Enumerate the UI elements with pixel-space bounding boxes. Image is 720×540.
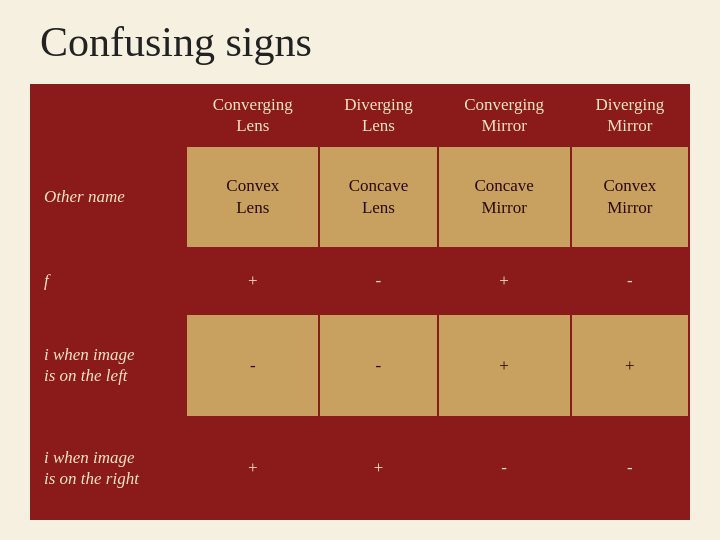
row-3-col2: + bbox=[186, 417, 319, 519]
row-label: Other name bbox=[31, 146, 186, 248]
table-header-row: Converging Lens Diverging Lens Convergin… bbox=[31, 85, 689, 146]
page: Confusing signs Converging Lens Divergin… bbox=[0, 0, 720, 540]
table-row: i when image is on the right++-- bbox=[31, 417, 689, 519]
header-col4: Converging Mirror bbox=[438, 85, 571, 146]
row-0-col2: Convex Lens bbox=[186, 146, 319, 248]
row-3-col3: + bbox=[319, 417, 437, 519]
row-0-col4: Concave Mirror bbox=[438, 146, 571, 248]
row-label: i when image is on the left bbox=[31, 314, 186, 416]
table-row: f+-+- bbox=[31, 248, 689, 314]
row-label: f bbox=[31, 248, 186, 314]
row-3-col5: - bbox=[571, 417, 689, 519]
row-0-col5: Convex Mirror bbox=[571, 146, 689, 248]
header-col5: Diverging Mirror bbox=[571, 85, 689, 146]
page-title: Confusing signs bbox=[40, 18, 312, 66]
row-0-col3: Concave Lens bbox=[319, 146, 437, 248]
row-label: i when image is on the right bbox=[31, 417, 186, 519]
row-2-col4: + bbox=[438, 314, 571, 416]
header-col2: Converging Lens bbox=[186, 85, 319, 146]
row-2-col2: - bbox=[186, 314, 319, 416]
comparison-table: Converging Lens Diverging Lens Convergin… bbox=[30, 84, 690, 520]
header-col1 bbox=[31, 85, 186, 146]
row-1-col4: + bbox=[438, 248, 571, 314]
row-2-col5: + bbox=[571, 314, 689, 416]
row-1-col2: + bbox=[186, 248, 319, 314]
row-2-col3: - bbox=[319, 314, 437, 416]
row-3-col4: - bbox=[438, 417, 571, 519]
row-1-col5: - bbox=[571, 248, 689, 314]
table-row: Other nameConvex LensConcave LensConcave… bbox=[31, 146, 689, 248]
header-col3: Diverging Lens bbox=[319, 85, 437, 146]
row-1-col3: - bbox=[319, 248, 437, 314]
table-row: i when image is on the left--++ bbox=[31, 314, 689, 416]
